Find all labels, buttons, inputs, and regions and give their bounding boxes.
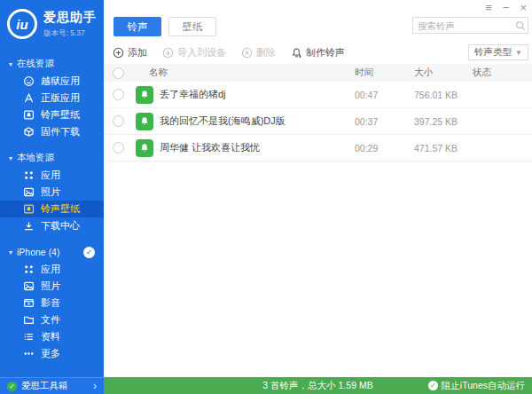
close-icon[interactable]: × xyxy=(520,2,527,13)
toolbar: 添加 导入到设备 删除 xyxy=(104,42,532,64)
sidebar-item-label: 铃声壁纸 xyxy=(41,108,80,122)
app-logo: iu 爱思助手 版本号: 5.37 xyxy=(0,0,104,46)
column-header-size[interactable]: 大小 xyxy=(414,67,473,79)
check-circle-icon: ✓ xyxy=(428,381,438,390)
sidebar-item-device-apps[interactable]: 应用 xyxy=(0,261,104,278)
sidebar-item-device-data[interactable]: 资料 xyxy=(0,328,104,345)
media-icon xyxy=(23,297,35,309)
toolbox-check-icon: ✓ xyxy=(7,382,17,391)
ringtone-bell-icon xyxy=(136,86,153,104)
ringtone-bell-icon xyxy=(136,139,153,157)
table-row[interactable]: 我的回忆不是我(海鸣威)DJ版 00:37 397.25 KB xyxy=(104,108,532,135)
topbar: 铃声 壁纸 xyxy=(104,0,532,42)
sidebar-section-local-resources[interactable]: ▾ 本地资源 xyxy=(0,149,104,167)
sidebar-item-firmware-download[interactable]: 固件下载 xyxy=(0,123,104,140)
ringtone-size: 397.25 KB xyxy=(414,116,473,127)
ringtone-bell-icon xyxy=(136,113,153,130)
photo-icon xyxy=(23,186,35,198)
search-box xyxy=(412,17,528,34)
caret-down-icon: ▾ xyxy=(9,248,12,256)
ringtone-name: 我的回忆不是我(海鸣威)DJ版 xyxy=(160,114,286,128)
ringtone-size: 471.57 KB xyxy=(414,143,473,154)
sidebar-item-label: 固件下载 xyxy=(41,125,80,138)
delete-label: 删除 xyxy=(256,46,276,59)
caret-down-icon: ▾ xyxy=(9,60,12,68)
sidebar-item-label: 正版应用 xyxy=(41,91,80,105)
sidebar-item-label: 照片 xyxy=(41,185,60,199)
app-title: 爱思助手 xyxy=(43,10,97,26)
section-label: 在线资源 xyxy=(17,58,54,70)
add-button[interactable]: 添加 xyxy=(113,46,147,59)
import-label: 导入到设备 xyxy=(177,46,226,59)
select-all-checkbox[interactable] xyxy=(113,67,124,79)
minimize-icon[interactable]: − xyxy=(503,2,510,13)
ringtone-name: 丢了幸福的猪dj xyxy=(160,88,226,101)
tab-wallpapers[interactable]: 壁纸 xyxy=(168,17,216,36)
table-row[interactable]: 周华健 让我欢喜让我忧 00:29 471.57 KB xyxy=(104,135,532,162)
delete-circle-icon xyxy=(241,47,253,59)
column-header-time[interactable]: 时间 xyxy=(355,67,414,79)
sidebar-section-online-resources[interactable]: ▾ 在线资源 xyxy=(0,55,104,73)
sidebar-item-jailbreak-apps[interactable]: 越狱应用 xyxy=(0,73,104,90)
sidebar-item-label: 照片 xyxy=(41,280,60,293)
make-ringtone-button[interactable]: 制作铃声 xyxy=(291,46,345,59)
section-label: iPhone (4) xyxy=(17,247,59,257)
search-input[interactable] xyxy=(413,20,513,31)
ringtone-time: 00:47 xyxy=(355,90,414,100)
sidebar-item-download-center[interactable]: 下载中心 xyxy=(0,217,104,234)
main-content: ≡ − × 铃声 壁纸 xyxy=(104,0,532,394)
menu-icon[interactable]: ≡ xyxy=(485,2,492,13)
ringtone-wallpaper-icon xyxy=(23,109,35,121)
sidebar-item-label: 应用 xyxy=(41,169,60,182)
import-to-device-button[interactable]: 导入到设备 xyxy=(162,46,226,59)
make-ringtone-label: 制作铃声 xyxy=(306,46,345,59)
sidebar-item-local-ringtone-wallpaper[interactable]: 铃声壁纸 xyxy=(0,201,104,217)
row-checkbox[interactable] xyxy=(113,142,124,154)
tab-ringtones[interactable]: 铃声 xyxy=(113,17,161,36)
ringtone-size: 756.01 KB xyxy=(414,90,473,100)
column-header-name[interactable]: 名称 xyxy=(136,67,355,79)
sidebar-item-genuine-apps[interactable]: 正版应用 xyxy=(0,90,104,106)
window-controls: ≡ − × xyxy=(485,2,527,13)
download-icon xyxy=(23,220,35,232)
sidebar-item-online-ringtone-wallpaper[interactable]: 铃声壁纸 xyxy=(0,106,104,123)
folder-icon xyxy=(23,314,35,326)
ringtone-name: 周华健 让我欢喜让我忧 xyxy=(160,141,260,154)
ringtone-wallpaper-icon xyxy=(23,203,35,215)
row-checkbox[interactable] xyxy=(113,115,124,127)
sidebar-item-label: 资料 xyxy=(41,330,60,343)
toolbox-label: 爱思工具箱 xyxy=(21,380,68,392)
tab-bar: 铃声 壁纸 xyxy=(113,17,216,36)
photo-icon xyxy=(23,280,35,292)
table-row[interactable]: 丢了幸福的猪dj 00:47 756.01 KB xyxy=(104,82,532,108)
cube-icon xyxy=(23,126,35,138)
letter-a-icon xyxy=(23,92,35,104)
sidebar-item-label: 影音 xyxy=(41,296,60,310)
apps-grid-icon xyxy=(23,264,35,275)
sidebar-item-device-photos[interactable]: 照片 xyxy=(0,278,104,295)
sidebar-item-device-media[interactable]: 影音 xyxy=(0,295,104,311)
sidebar-item-label: 铃声壁纸 xyxy=(41,202,80,216)
section-label: 本地资源 xyxy=(17,152,54,164)
sidebar-section-iphone[interactable]: ▾ iPhone (4) ✓ xyxy=(0,243,104,261)
device-connected-check-icon: ✓ xyxy=(83,247,95,258)
sidebar-item-local-apps[interactable]: 应用 xyxy=(0,167,104,184)
list-icon xyxy=(23,331,35,343)
itunes-autorun-label: 阻止iTunes自动运行 xyxy=(442,380,525,392)
itunes-autorun-toggle[interactable]: ✓ 阻止iTunes自动运行 xyxy=(428,377,525,394)
search-icon[interactable] xyxy=(513,20,528,31)
sidebar-item-device-more[interactable]: 更多 xyxy=(0,345,104,362)
app-logo-icon: iu xyxy=(7,9,37,39)
smiley-icon xyxy=(23,75,35,87)
ellipsis-icon xyxy=(23,348,35,359)
ringtone-time: 00:29 xyxy=(355,143,414,154)
row-checkbox[interactable] xyxy=(113,89,124,100)
ringtone-type-dropdown[interactable]: 铃声类型 ▼ xyxy=(468,44,528,60)
table-header: 名称 时间 大小 状态 xyxy=(104,64,532,82)
column-header-status[interactable]: 状态 xyxy=(473,67,532,79)
delete-button[interactable]: 删除 xyxy=(241,46,276,59)
sidebar-item-device-files[interactable]: 文件 xyxy=(0,311,104,328)
toolbox-bar[interactable]: ✓ 爱思工具箱 › xyxy=(0,377,104,394)
sidebar-item-local-photos[interactable]: 照片 xyxy=(0,184,104,201)
chevron-right-icon: › xyxy=(93,380,97,392)
